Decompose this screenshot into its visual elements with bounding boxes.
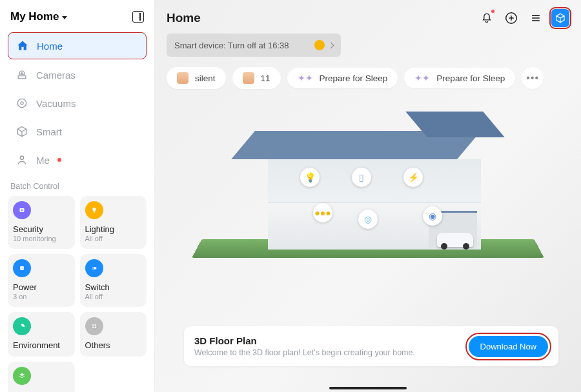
svg-point-13	[92, 324, 94, 326]
svg-point-6	[92, 208, 96, 211]
batch-title: Security	[13, 224, 70, 234]
scene-prepare-sleep-2[interactable]: ✦✦ Prepare for Sleep	[404, 68, 515, 88]
nav-item-home[interactable]: Home	[8, 32, 147, 59]
leaf-icon	[13, 317, 31, 335]
svg-point-2	[21, 102, 23, 104]
nav-label: Home	[37, 41, 63, 52]
device-fridge[interactable]: ▯	[352, 168, 371, 187]
main: Home Smart device: Turn off at 16:38	[155, 0, 581, 392]
bell-button[interactable]	[478, 9, 496, 27]
header-actions	[478, 9, 569, 27]
notification-dot-icon	[57, 158, 61, 162]
floorplan-3d[interactable]: 💡 ▯ ⚡ ●●● ◎ ◉	[203, 113, 533, 261]
sidebar: My Home Home Cameras Vacuums	[0, 0, 155, 392]
scene-prepare-sleep-1[interactable]: ✦✦ Prepare for Sleep	[287, 68, 398, 88]
batch-card-others[interactable]: Others	[80, 312, 147, 357]
floorplan-title: 3D Floor Plan	[194, 335, 415, 346]
scene-11[interactable]: 11	[232, 67, 281, 89]
batch-grid: Security 10 monitoring Lighting All off …	[8, 196, 147, 392]
3d-view-button[interactable]	[551, 9, 569, 27]
scene-label: Prepare for Sleep	[320, 74, 388, 83]
svg-point-12	[92, 268, 94, 269]
svg-point-14	[94, 324, 96, 326]
batch-sub: All off	[85, 235, 142, 242]
batch-card-power[interactable]: Power 3 on	[8, 254, 75, 307]
camera-icon	[15, 68, 28, 81]
nav-item-vacuums[interactable]: Vacuums	[8, 90, 147, 116]
car	[437, 233, 473, 247]
batch-card-switch[interactable]: Switch All off	[80, 254, 147, 307]
svg-point-0	[21, 72, 23, 74]
batch-title: Power	[13, 282, 70, 292]
batch-sub: All off	[85, 293, 142, 300]
device-ceiling-light[interactable]: ●●●	[313, 203, 332, 222]
device-lamp[interactable]: 💡	[300, 168, 320, 187]
grid-icon	[85, 317, 103, 335]
scene-row: silent 11 ✦✦ Prepare for Sleep ✦✦ Prepar…	[167, 67, 569, 89]
batch-control-label: Batch Control	[10, 182, 144, 191]
device-car-sensor[interactable]: ◉	[423, 206, 442, 226]
nav-label: Me	[36, 155, 50, 166]
scene-label: 11	[261, 74, 270, 83]
sparkle-icon: ✦✦	[414, 73, 430, 83]
ellipsis-icon: •••	[526, 72, 539, 84]
add-button[interactable]	[502, 9, 520, 27]
batch-title: Switch	[85, 282, 142, 292]
svg-rect-8	[20, 266, 24, 270]
home-icon	[16, 39, 29, 52]
plug-icon	[13, 259, 31, 277]
device-power[interactable]: ⚡	[403, 168, 423, 187]
nav-label: Vacuums	[36, 98, 76, 109]
nav-label: Smart	[36, 126, 62, 137]
scene-label: Prepare for Sleep	[436, 74, 505, 83]
caret-down-icon	[62, 16, 67, 19]
nav-item-smart[interactable]: Smart	[8, 119, 147, 144]
batch-sub: 3 on	[13, 293, 70, 300]
svg-point-15	[92, 327, 94, 328]
plus-circle-icon	[504, 11, 518, 25]
bell-icon	[480, 12, 493, 24]
vacuum-icon	[15, 97, 28, 110]
upper-floor	[268, 159, 481, 203]
tap-icon	[243, 72, 254, 84]
cube-icon	[15, 125, 28, 138]
sun-icon	[314, 40, 325, 50]
batch-title: Others	[85, 340, 142, 350]
svg-rect-7	[93, 211, 94, 213]
more-scenes-button[interactable]: •••	[522, 67, 544, 89]
cube-3d-icon	[555, 12, 566, 24]
nav-item-me[interactable]: Me	[8, 147, 147, 173]
page-title: Home	[167, 11, 201, 25]
person-icon	[15, 153, 28, 166]
batch-card-environment[interactable]: Environment	[8, 312, 75, 357]
nav-label: Cameras	[36, 70, 76, 81]
svg-point-10	[23, 268, 23, 268]
scene-silent[interactable]: silent	[167, 67, 226, 89]
batch-sub: 10 monitoring	[13, 235, 70, 242]
sparkle-icon: ✦✦	[298, 73, 313, 83]
chevron-right-icon	[328, 42, 334, 48]
device-vacuum[interactable]: ◎	[358, 210, 378, 229]
batch-card-group[interactable]: Group	[8, 362, 75, 392]
svg-point-16	[94, 327, 96, 328]
floorplan-download-card: 3D Floor Plan Welcome to the 3D floor pl…	[184, 326, 558, 366]
sidebar-header: My Home	[8, 9, 147, 30]
smart-device-banner[interactable]: Smart device: Turn off at 16:38	[167, 34, 341, 57]
scene-label: silent	[195, 74, 216, 83]
nav-item-cameras[interactable]: Cameras	[8, 62, 147, 88]
svg-point-1	[17, 99, 26, 107]
batch-card-lighting[interactable]: Lighting All off	[80, 196, 147, 249]
home-dropdown[interactable]: My Home	[10, 10, 67, 23]
svg-point-3	[20, 156, 23, 159]
download-now-button[interactable]: Download Now	[469, 336, 548, 357]
banner-text: Smart device: Turn off at 16:38	[174, 41, 289, 50]
batch-card-security[interactable]: Security 10 monitoring	[8, 196, 75, 249]
list-view-button[interactable]	[527, 9, 545, 27]
batch-title: Lighting	[85, 224, 142, 234]
panel-icon	[132, 11, 144, 23]
home-dropdown-label: My Home	[10, 10, 59, 23]
batch-title: Environment	[13, 340, 70, 350]
list-icon	[529, 12, 542, 24]
floorplan-text: 3D Floor Plan Welcome to the 3D floor pl…	[194, 335, 415, 357]
panel-toggle-button[interactable]	[132, 11, 144, 23]
